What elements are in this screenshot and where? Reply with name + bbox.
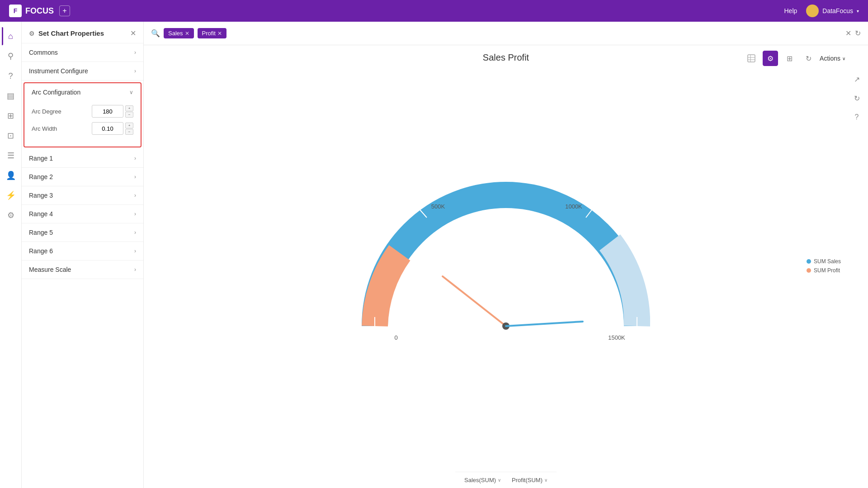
tag-profit-remove-button[interactable]: ✕	[217, 30, 222, 37]
user-caret-icon: ▾	[857, 9, 859, 14]
arc-degree-input[interactable]	[92, 105, 123, 118]
inbox-icon: ⊡	[7, 131, 14, 141]
sidebar-item-help[interactable]: ?	[2, 67, 20, 85]
chart-title: Sales Profit	[483, 52, 529, 63]
search-refresh-button[interactable]: ↻	[855, 29, 861, 38]
range5-header[interactable]: Range 5 ›	[22, 223, 143, 242]
arc-degree-label: Arc Degree	[32, 108, 61, 115]
home-icon: ⌂	[8, 32, 13, 41]
nav-left: F FOCUS +	[9, 5, 70, 17]
sidebar-item-grid[interactable]: ⊞	[2, 107, 20, 125]
app-name: FOCUS	[25, 6, 54, 16]
sidebar-item-inbox[interactable]: ⊡	[2, 127, 20, 145]
bottom-sales-text: Sales(SUM)	[464, 477, 496, 483]
bottom-profit-text: Profit(SUM)	[512, 477, 542, 483]
range6-label: Range 6	[29, 247, 53, 255]
panel-section-range4: Range 4 ›	[22, 205, 143, 223]
actions-label: Actions	[820, 55, 840, 62]
user-icon: 👤	[6, 171, 16, 180]
grid-icon: ⊞	[7, 111, 14, 121]
arc-width-input-wrap: + −	[92, 122, 133, 135]
sidebar-item-home[interactable]: ⌂	[2, 27, 20, 45]
range2-label: Range 2	[29, 173, 53, 180]
avatar	[806, 5, 819, 17]
tag-sales: Sales ✕	[164, 28, 194, 38]
panel-close-button[interactable]: ✕	[130, 29, 136, 38]
range4-label: Range 4	[29, 210, 53, 218]
arc-width-field: Arc Width + −	[32, 122, 133, 135]
legend-label-sum-sales: SUM Sales	[814, 258, 841, 265]
arc-width-stepper: + −	[125, 123, 133, 135]
arc-width-decrement-button[interactable]: −	[125, 129, 133, 135]
icon-sidebar: ⌂ ⚲ ? ▤ ⊞ ⊡ ☰ 👤 ⚡ ⚙	[0, 22, 22, 488]
list-icon: ☰	[7, 151, 14, 161]
range4-header[interactable]: Range 4 ›	[22, 205, 143, 223]
commons-section-header[interactable]: Commons ›	[22, 43, 143, 62]
monitor-icon: ▤	[7, 91, 14, 101]
instrument-chevron-icon: ›	[134, 68, 136, 74]
panel-section-range5: Range 5 ›	[22, 223, 143, 242]
range1-label: Range 1	[29, 155, 53, 162]
svg-line-10	[506, 322, 583, 326]
main-layout: ⌂ ⚲ ? ▤ ⊞ ⊡ ☰ 👤 ⚡ ⚙	[0, 22, 868, 488]
bottom-label-sales[interactable]: Sales(SUM) ∨	[464, 477, 501, 483]
range3-header[interactable]: Range 3 ›	[22, 186, 143, 204]
measure-scale-header[interactable]: Measure Scale ›	[22, 261, 143, 279]
sidebar-item-monitor[interactable]: ▤	[2, 87, 20, 105]
top-navigation: F FOCUS + Help DataFocus ▾	[0, 0, 868, 22]
arc-degree-increment-button[interactable]: +	[125, 105, 133, 111]
sidebar-item-list[interactable]: ☰	[2, 147, 20, 165]
chart-type-icon: ↻	[806, 54, 811, 63]
actions-button[interactable]: Actions ∨	[820, 55, 845, 62]
sidebar-item-user[interactable]: 👤	[2, 166, 20, 185]
panel-header: ⚙ Set Chart Properties ✕	[22, 22, 143, 43]
search-icon: 🔍	[151, 29, 160, 38]
search-clear-button[interactable]: ✕	[845, 29, 851, 38]
commons-label: Commons	[29, 49, 58, 56]
legend-item-sum-profit: SUM Profit	[807, 267, 841, 274]
gauge-chart-svg: 1500K 0 500K 1000K	[348, 172, 664, 362]
help-link[interactable]: Help	[784, 7, 797, 14]
panel-title: Set Chart Properties	[38, 29, 104, 37]
arc-config-label: Arc Configuration	[32, 89, 80, 96]
commons-chevron-icon: ›	[134, 49, 136, 56]
axis-label-1500k: 1500K	[608, 334, 625, 341]
panel-header-left: ⚙ Set Chart Properties	[29, 29, 104, 37]
chart-container: ⚙ ⊞ ↻ Actions ∨ ↗ ↻ ? Sales Pr	[144, 45, 868, 488]
arc-degree-input-wrap: + −	[92, 105, 133, 118]
arc-width-increment-button[interactable]: +	[125, 123, 133, 128]
legend-dot-sum-profit	[807, 268, 811, 273]
range1-header[interactable]: Range 1 ›	[22, 149, 143, 167]
legend-label-sum-profit: SUM Profit	[814, 267, 840, 274]
panel-section-commons: Commons ›	[22, 43, 143, 62]
range2-header[interactable]: Range 2 ›	[22, 168, 143, 186]
logo-icon: F	[9, 5, 22, 17]
arc-width-input[interactable]	[92, 122, 123, 135]
tag-sales-remove-button[interactable]: ✕	[185, 30, 189, 37]
panel-section-range2: Range 2 ›	[22, 168, 143, 186]
bottom-label-profit[interactable]: Profit(SUM) ∨	[512, 477, 547, 483]
sidebar-item-analytics[interactable]: ⚡	[2, 186, 20, 204]
panel-gear-icon: ⚙	[29, 30, 35, 37]
sidebar-item-settings[interactable]: ⚙	[2, 206, 20, 224]
arc-degree-decrement-button[interactable]: −	[125, 112, 133, 118]
range3-chevron-icon: ›	[134, 192, 136, 199]
axis-label-0: 0	[394, 334, 397, 341]
user-info: DataFocus ▾	[806, 5, 859, 17]
legend-item-sum-sales: SUM Sales	[807, 258, 841, 265]
chart-legend: SUM Sales SUM Profit	[807, 258, 841, 274]
arc-degree-stepper: + −	[125, 105, 133, 118]
range6-header[interactable]: Range 6 ›	[22, 242, 143, 260]
measure-scale-label: Measure Scale	[29, 266, 71, 273]
svg-line-8	[443, 276, 506, 326]
measure-scale-chevron-icon: ›	[134, 266, 136, 273]
add-tab-button[interactable]: +	[59, 5, 70, 16]
arc-config-body: Arc Degree + − Arc Width +	[24, 101, 141, 147]
sidebar-item-search[interactable]: ⚲	[2, 47, 20, 65]
nav-right: Help DataFocus ▾	[784, 5, 859, 17]
range2-chevron-icon: ›	[134, 174, 136, 180]
gear-icon: ⚙	[767, 54, 774, 63]
instrument-section-header[interactable]: Instrument Configure ›	[22, 62, 143, 80]
bottom-profit-caret-icon: ∨	[544, 478, 547, 483]
arc-config-header[interactable]: Arc Configuration ∨	[24, 83, 141, 101]
